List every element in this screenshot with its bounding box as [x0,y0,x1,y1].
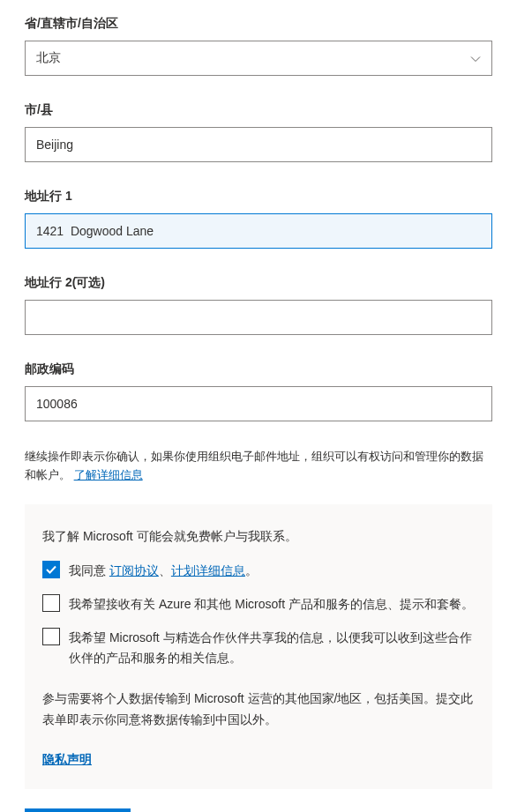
agree-checkbox[interactable] [42,561,60,578]
next-button[interactable]: 下一步 [25,808,131,812]
address1-input[interactable] [25,213,492,249]
postal-label: 邮政编码 [25,361,492,377]
partners-checkbox[interactable] [42,628,60,645]
province-select[interactable]: 北京 [25,41,492,76]
province-value: 北京 [36,50,61,66]
subscription-agreement-link[interactable]: 订阅协议 [109,563,159,577]
address2-label: 地址行 2(可选) [25,275,492,291]
address2-input[interactable] [25,300,492,335]
privacy-statement-link[interactable]: 隐私声明 [42,752,92,766]
plan-details-link[interactable]: 计划详细信息 [171,563,245,577]
province-label: 省/直辖市/自治区 [25,16,492,32]
azure-info-checkbox[interactable] [42,594,60,612]
postal-input[interactable] [25,386,492,421]
city-label: 市/县 [25,102,492,118]
azure-info-label: 我希望接收有关 Azure 和其他 Microsoft 产品和服务的信息、提示和… [69,594,474,614]
chevron-down-icon [470,53,481,63]
transfer-notice: 参与需要将个人数据传输到 Microsoft 运营的其他国家/地区，包括美国。提… [42,689,475,731]
consent-heading: 我了解 Microsoft 可能会就免费帐户与我联系。 [42,529,475,545]
city-input[interactable] [25,127,492,162]
agree-label: 我同意 订阅协议、计划详细信息。 [69,561,258,580]
address1-label: 地址行 1 [25,189,492,205]
partners-label: 我希望 Microsoft 与精选合作伙伴共享我的信息，以便我可以收到这些合作伙… [69,628,475,667]
consent-box: 我了解 Microsoft 可能会就免费帐户与我联系。 我同意 订阅协议、计划详… [25,504,492,789]
learn-more-link[interactable]: 了解详细信息 [74,468,143,481]
disclaimer: 继续操作即表示你确认，如果你使用组织电子邮件地址，组织可以有权访问和管理你的数据… [25,448,492,485]
